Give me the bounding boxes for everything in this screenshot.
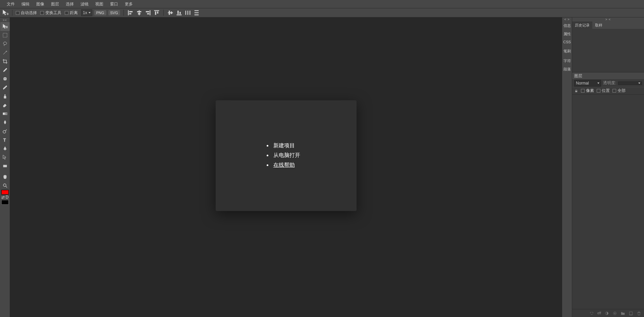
blur-tool[interactable]	[0, 118, 10, 127]
menu-edit[interactable]: 编辑	[18, 0, 33, 8]
pen-tool[interactable]	[0, 144, 10, 153]
rail-info[interactable]: 信息	[562, 21, 572, 30]
lasso-tool[interactable]	[0, 40, 10, 48]
png-button[interactable]: PNG	[94, 10, 106, 15]
menu-image[interactable]: 图像	[33, 0, 48, 8]
align-bottom-icon[interactable]	[176, 9, 182, 16]
layer-mask-icon[interactable]	[604, 311, 609, 316]
menu-file[interactable]: 文件	[3, 0, 18, 8]
transform-checkbox[interactable]: 变换工具	[40, 10, 61, 16]
link-layers-icon[interactable]	[589, 311, 594, 316]
hand-tool[interactable]	[0, 172, 10, 181]
new-layer-icon[interactable]	[629, 311, 633, 316]
svg-rect-8	[146, 11, 149, 12]
toolbar-collapse-icon[interactable]: ><	[0, 18, 10, 22]
zoom-select[interactable]: 1x	[81, 9, 92, 16]
layer-effects-button[interactable]: eff	[597, 311, 601, 315]
type-tool[interactable]: T	[0, 136, 10, 144]
swap-colors-icon[interactable]: ⇄	[1, 195, 5, 200]
eyedropper-tool[interactable]	[0, 66, 10, 74]
svg-point-33	[3, 184, 6, 187]
welcome-new-project[interactable]: 新建项目	[272, 142, 300, 149]
welcome-open-from-pc[interactable]: 从电脑打开	[272, 152, 300, 159]
layers-controls: Normal 透明度:	[572, 79, 644, 87]
dodge-tool[interactable]	[0, 127, 10, 136]
distribute-h-icon[interactable]	[184, 9, 191, 16]
svg-text:+: +	[6, 11, 9, 16]
eraser-tool[interactable]	[0, 101, 10, 109]
auto-select-checkbox[interactable]: 自动选择	[16, 10, 37, 16]
rail-brush[interactable]: 笔刷	[562, 47, 572, 55]
healing-tool[interactable]	[0, 74, 10, 83]
align-left-icon[interactable]	[127, 9, 134, 16]
svg-rect-4	[139, 10, 140, 15]
layers-list[interactable]	[572, 95, 644, 309]
move-tool[interactable]: +	[0, 22, 10, 31]
svg-rect-19	[185, 11, 186, 15]
svg-rect-38	[630, 312, 633, 315]
history-panel-tabs: 历史记录 取样	[572, 21, 644, 29]
menu-filter[interactable]: 滤镜	[77, 0, 92, 8]
opacity-select[interactable]	[618, 82, 642, 85]
svg-point-27	[3, 42, 7, 45]
adjustment-layer-icon[interactable]	[612, 311, 617, 316]
align-vcenter-icon[interactable]	[167, 9, 174, 16]
marquee-tool[interactable]	[0, 31, 10, 40]
rail-paragraph[interactable]: 段落	[562, 65, 572, 73]
distance-checkbox[interactable]: 距离	[65, 10, 78, 16]
gradient-tool[interactable]	[0, 109, 10, 118]
layers-footer: eff	[572, 309, 644, 317]
panel-collapse-icon[interactable]: > <	[572, 17, 644, 21]
rail-css[interactable]: CSS	[562, 38, 572, 46]
canvas-area[interactable]: 新建项目 从电脑打开 在线帮助	[10, 17, 562, 317]
rail-properties[interactable]: 属性	[562, 30, 572, 38]
zoom-tool[interactable]	[0, 181, 10, 190]
tab-swatches[interactable]: 取样	[592, 21, 605, 29]
caret-down-icon	[89, 12, 91, 13]
svg-rect-18	[179, 12, 181, 14]
history-panel-body	[572, 29, 644, 72]
svg-rect-10	[154, 10, 159, 11]
align-right-icon[interactable]	[145, 9, 151, 16]
lock-position-checkbox[interactable]: 位置	[597, 88, 610, 94]
svg-text:+: +	[6, 25, 8, 29]
lock-all-checkbox[interactable]: 全部	[612, 88, 626, 94]
panels: > < 历史记录 取样 图层 Normal 透明度: 像素 位置 全部 eff	[572, 17, 644, 317]
menubar: 文件 编辑 图像 图层 选择 滤镜 视图 窗口 更多	[0, 0, 644, 8]
shape-tool[interactable]	[0, 162, 10, 170]
menu-layer[interactable]: 图层	[48, 0, 62, 8]
align-top-icon[interactable]	[153, 9, 160, 16]
layers-panel-header[interactable]: 图层	[572, 72, 644, 79]
default-colors-icon[interactable]: D	[6, 195, 9, 200]
zoom-value: 1x	[83, 10, 87, 15]
foreground-color-swatch[interactable]	[1, 190, 9, 195]
auto-select-label: 自动选择	[21, 10, 37, 16]
welcome-online-help[interactable]: 在线帮助	[272, 162, 300, 169]
lock-pixels-checkbox[interactable]: 像素	[581, 88, 594, 94]
menu-window[interactable]: 窗口	[107, 0, 121, 8]
delete-layer-icon[interactable]	[637, 311, 641, 316]
menu-more[interactable]: 更多	[121, 0, 136, 8]
brush-tool[interactable]	[0, 83, 10, 92]
tab-history[interactable]: 历史记录	[572, 21, 592, 29]
rail-character[interactable]: 字符	[562, 57, 572, 65]
crop-tool[interactable]	[0, 57, 10, 66]
svg-rect-26	[3, 33, 7, 37]
wand-tool[interactable]	[0, 48, 10, 57]
menu-view[interactable]: 视图	[92, 0, 107, 8]
svg-button[interactable]: SVG	[108, 10, 120, 15]
new-folder-icon[interactable]	[621, 311, 625, 316]
blend-mode-select[interactable]: Normal	[574, 80, 601, 87]
align-hcenter-icon[interactable]	[136, 9, 143, 16]
menu-select[interactable]: 选择	[62, 0, 77, 8]
svg-rect-7	[150, 10, 151, 15]
distribute-v-icon[interactable]	[193, 9, 200, 16]
svg-rect-3	[129, 13, 131, 14]
path-select-tool[interactable]	[0, 153, 10, 162]
background-color-swatch[interactable]	[1, 200, 9, 205]
svg-rect-6	[138, 13, 141, 14]
welcome-dialog: 新建项目 从电脑打开 在线帮助	[216, 100, 357, 211]
rail-collapse-icon[interactable]: < >	[562, 17, 572, 21]
clone-tool[interactable]	[0, 92, 10, 101]
layers-lock-row: 像素 位置 全部	[572, 87, 644, 95]
